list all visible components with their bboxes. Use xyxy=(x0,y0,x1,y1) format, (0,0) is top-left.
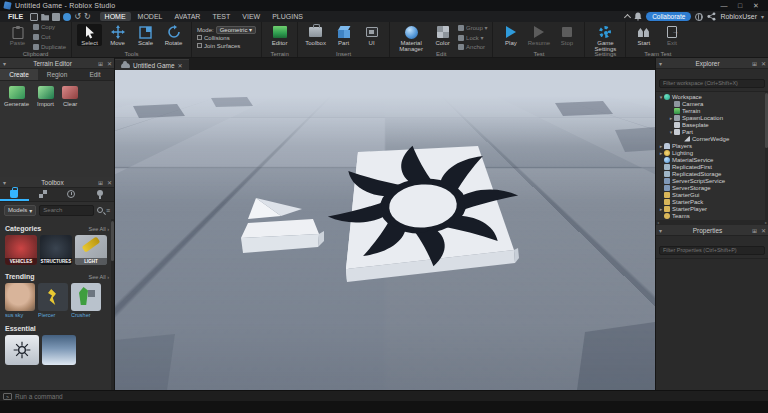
ui-button[interactable]: UI xyxy=(359,24,384,46)
close-button[interactable]: ✕ xyxy=(748,0,764,11)
share-icon[interactable] xyxy=(707,12,716,21)
user-caret-icon[interactable]: ▾ xyxy=(761,13,764,20)
cut-button[interactable]: Cut xyxy=(33,34,66,40)
move-tool-button[interactable]: Move xyxy=(105,24,130,46)
3d-viewport[interactable] xyxy=(115,70,655,390)
category-tile-structures[interactable]: STRUCTURES xyxy=(40,235,72,265)
categories-see-all-link[interactable]: See All › xyxy=(89,226,109,232)
explorer-collapse-icon[interactable]: ▾ xyxy=(656,60,665,67)
generate-button[interactable]: Generate xyxy=(4,86,29,172)
tree-item-replicatedstorage[interactable]: ReplicatedStorage xyxy=(656,170,768,177)
save-icon[interactable] xyxy=(52,13,60,21)
terrain-pin-icon[interactable]: ⊞ xyxy=(96,60,105,67)
toolbox-button[interactable]: Toolbox xyxy=(303,24,328,46)
properties-pin-icon[interactable]: ⊞ xyxy=(750,227,759,234)
category-tile-light[interactable]: LIGHT xyxy=(75,235,107,265)
minimize-button[interactable]: — xyxy=(716,0,732,11)
tab-home[interactable]: HOME xyxy=(100,12,131,21)
tree-item-players[interactable]: ▸Players xyxy=(656,142,768,149)
copy-button[interactable]: Copy xyxy=(33,24,66,30)
publish-icon[interactable] xyxy=(63,13,71,21)
undo-icon[interactable]: ↺ xyxy=(74,13,81,21)
tree-item-terrain[interactable]: Terrain xyxy=(656,107,768,114)
clear-button[interactable]: Clear xyxy=(62,86,78,172)
terrain-collapse-icon[interactable]: ▾ xyxy=(0,60,9,67)
tree-item-workspace[interactable]: ▾Workspace xyxy=(656,93,768,100)
box-part[interactable] xyxy=(241,219,324,253)
toolbox-search-input[interactable] xyxy=(39,205,94,216)
rotate-tool-button[interactable]: Rotate xyxy=(161,24,186,46)
terrain-editor-button[interactable]: Editor xyxy=(267,24,292,46)
inventory-tab[interactable] xyxy=(29,188,58,201)
lock-button[interactable]: Lock ▾ xyxy=(458,34,487,41)
maximize-button[interactable]: □ xyxy=(732,0,748,11)
toolbox-collapse-icon[interactable]: ▾ xyxy=(0,179,9,186)
explorer-filter-input[interactable] xyxy=(659,79,765,88)
tab-create[interactable]: Create xyxy=(0,69,38,80)
trending-item-label[interactable]: Piercer xyxy=(38,312,68,318)
team-test-start-button[interactable]: Start xyxy=(631,24,656,46)
tree-item-spawnlocation[interactable]: ▸SpawnLocation xyxy=(656,114,768,121)
resume-button[interactable]: Resume xyxy=(526,24,551,46)
recent-tab[interactable] xyxy=(57,188,86,201)
tab-test[interactable]: TEST xyxy=(207,12,235,21)
creations-tab[interactable] xyxy=(86,188,115,201)
trending-item[interactable]: sus sky xyxy=(5,283,35,318)
notifications-bell-icon[interactable] xyxy=(634,12,642,21)
properties-close-icon[interactable]: ✕ xyxy=(759,227,768,234)
import-button[interactable]: Import xyxy=(37,86,54,172)
anchor-button[interactable]: Anchor xyxy=(458,44,487,50)
trending-item-label[interactable]: sus sky xyxy=(5,312,35,318)
collapse-ribbon-icon[interactable] xyxy=(624,14,631,21)
duplicate-button[interactable]: Duplicate xyxy=(33,44,66,50)
search-icon[interactable] xyxy=(97,207,103,213)
join-surfaces-checkbox[interactable]: Join Surfaces xyxy=(197,43,256,49)
tree-item-starterpack[interactable]: StarterPack xyxy=(656,198,768,205)
properties-collapse-icon[interactable]: ▾ xyxy=(656,227,665,234)
color-button[interactable]: Color xyxy=(430,24,455,46)
tree-item-teams[interactable]: Teams xyxy=(656,212,768,219)
tree-item-materialservice[interactable]: MaterialService xyxy=(656,156,768,163)
new-file-icon[interactable] xyxy=(30,13,38,21)
team-test-exit-button[interactable]: Exit xyxy=(659,24,684,46)
tab-model[interactable]: MODEL xyxy=(133,12,168,21)
mode-dropdown[interactable]: Geometric ▾ xyxy=(216,26,256,34)
select-tool-button[interactable]: Select xyxy=(77,24,102,46)
trending-item-label[interactable]: Crusher xyxy=(71,312,101,318)
explorer-close-icon[interactable]: ✕ xyxy=(759,60,768,67)
tab-plugins[interactable]: PLUGINS xyxy=(267,12,308,21)
group-button[interactable]: Group ▾ xyxy=(458,24,487,31)
trending-see-all-link[interactable]: See All › xyxy=(89,274,109,280)
tree-item-part[interactable]: ▾Part xyxy=(656,128,768,135)
file-menu[interactable]: FILE xyxy=(4,13,27,20)
tree-item-starterplayer[interactable]: ▸StarterPlayer xyxy=(656,205,768,212)
explorer-pin-icon[interactable]: ⊞ xyxy=(750,60,759,67)
category-tile-vehicles[interactable]: VEHICLES xyxy=(5,235,37,265)
tree-item-serverstorage[interactable]: ServerStorage xyxy=(656,184,768,191)
tab-edit[interactable]: Edit xyxy=(76,69,114,80)
tab-view[interactable]: VIEW xyxy=(237,12,265,21)
tree-item-lighting[interactable]: ▸Lighting xyxy=(656,149,768,156)
tab-avatar[interactable]: AVATAR xyxy=(169,12,205,21)
collaborate-button[interactable]: Collaborate xyxy=(646,12,691,21)
toolbox-scrollbar[interactable] xyxy=(111,219,114,390)
collisions-checkbox[interactable]: Collisions xyxy=(197,35,256,41)
trending-item[interactable]: Piercer xyxy=(38,283,68,318)
essential-tile-sky[interactable] xyxy=(42,335,76,365)
paste-button[interactable]: Paste xyxy=(5,24,30,46)
document-tab-untitled-game[interactable]: Untitled Game ✕ xyxy=(115,59,189,70)
scale-tool-button[interactable]: Scale xyxy=(133,24,158,46)
terrain-close-icon[interactable]: ✕ xyxy=(105,60,114,67)
part-button[interactable]: Part xyxy=(331,24,356,46)
marketplace-tab[interactable] xyxy=(0,188,29,201)
stop-button[interactable]: Stop xyxy=(554,24,579,46)
trending-item[interactable]: Crusher xyxy=(71,283,101,318)
username[interactable]: RobloxUser xyxy=(720,13,757,20)
tree-item-serverscriptservice[interactable]: ServerScriptService xyxy=(656,177,768,184)
toolbox-close-icon[interactable]: ✕ xyxy=(105,179,114,186)
open-file-icon[interactable] xyxy=(41,13,49,21)
tree-item-baseplate[interactable]: Baseplate xyxy=(656,121,768,128)
filter-icon[interactable]: ≡ xyxy=(106,207,110,214)
tree-item-soundservice[interactable]: SoundService xyxy=(656,219,768,220)
globe-icon[interactable] xyxy=(695,13,703,21)
